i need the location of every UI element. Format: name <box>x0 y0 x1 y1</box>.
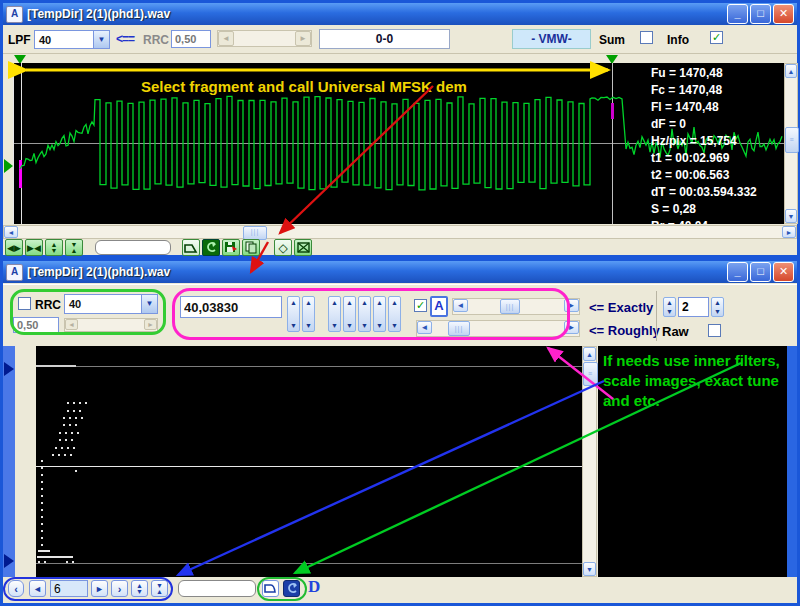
page-number-input[interactable] <box>50 580 88 597</box>
waveform-panel[interactable]: Select fragment and call Universal MFSK … <box>13 63 785 224</box>
titlebar-top[interactable]: A [TempDir] 2(1)(phd1).wav _ □ ✕ <box>3 3 797 25</box>
scroll-up-icon[interactable]: ▲ <box>785 64 797 78</box>
step-spinner-right[interactable]: ▲▼ <box>711 297 724 317</box>
minimize-button[interactable]: _ <box>727 262 748 282</box>
minimize-button[interactable]: _ <box>727 4 748 24</box>
info-checkbox[interactable]: ✓ <box>710 31 723 44</box>
row-marker-top-icon[interactable] <box>4 362 14 376</box>
decoded-dot <box>41 544 43 546</box>
position-input[interactable] <box>95 240 171 255</box>
expand-vertical-button[interactable]: ▲▼ <box>45 239 63 256</box>
digit-spinner-4[interactable]: ▲▼ <box>373 296 386 332</box>
digit-spinner-5[interactable]: ▲▼ <box>388 296 401 332</box>
rrc-label: RRC <box>143 33 169 47</box>
mfsk-demodulator-button[interactable]: ◇ <box>274 239 292 256</box>
digit-spinner-1[interactable]: ▲▼ <box>328 296 341 332</box>
scroll-right-icon[interactable]: ► <box>564 321 579 334</box>
maximize-button[interactable]: □ <box>750 4 771 24</box>
bit-dash-2 <box>37 556 73 558</box>
exact-tune-scrollbar[interactable]: ◄ ||| ► <box>452 298 580 315</box>
decoded-dot <box>41 516 43 518</box>
compress-vertical-button[interactable]: ▼▲ <box>65 239 83 256</box>
titlebar-bottom[interactable]: A [TempDir] 2(1)(phd1).wav _ □ ✕ <box>3 261 797 283</box>
expand-vertical-button[interactable]: ▲▼ <box>131 580 148 597</box>
hscroll-thumb[interactable]: ||| <box>243 226 267 240</box>
left-marker-strip <box>3 346 15 577</box>
filter-shape-button[interactable] <box>262 580 279 597</box>
app-icon: A <box>6 6 23 23</box>
bit-dash-1 <box>38 550 50 552</box>
raw-checkbox[interactable] <box>708 324 721 337</box>
exactly-label: <= Exactly <box>589 300 653 315</box>
filter-curve-icon <box>184 242 198 254</box>
row-marker-bottom-icon[interactable] <box>4 554 14 568</box>
expand-horizontal-button[interactable]: ◀▶ <box>5 239 23 256</box>
undo-button[interactable] <box>283 580 300 597</box>
amplitude-button[interactable]: A <box>430 296 448 317</box>
rough-thumb[interactable]: ||| <box>448 321 470 336</box>
tune-spinner-2[interactable]: ▲▼ <box>302 296 315 332</box>
chevron-down-icon[interactable]: ▼ <box>141 295 157 313</box>
decode-button[interactable]: D <box>308 577 320 597</box>
decoded-dot <box>77 432 79 434</box>
decoded-dot <box>41 474 43 476</box>
close-button[interactable]: ✕ <box>773 4 794 24</box>
compress-vertical-button[interactable]: ▼▲ <box>151 580 168 597</box>
filter-shape-button[interactable] <box>182 239 200 256</box>
vscroll-thumb[interactable]: ≡ <box>785 127 799 153</box>
scroll-right-icon[interactable]: ► <box>564 299 579 312</box>
page-next-button[interactable]: ► <box>91 580 108 597</box>
sum-checkbox[interactable] <box>640 31 653 44</box>
scroll-down-icon[interactable]: ▼ <box>583 562 596 576</box>
close-button[interactable]: ✕ <box>773 262 794 282</box>
envelope-button[interactable] <box>294 239 312 256</box>
save-fragment-button[interactable] <box>222 239 240 256</box>
status-input[interactable] <box>178 580 256 597</box>
spectrum-vscrollbar[interactable]: ▲ ≡ ▼ <box>582 346 597 577</box>
digit-spinner-2[interactable]: ▲▼ <box>343 296 356 332</box>
exact-thumb[interactable]: ||| <box>500 299 520 314</box>
level-marker-icon[interactable] <box>4 159 13 173</box>
tune-frequency-input[interactable] <box>180 296 282 318</box>
decoded-dot <box>41 509 43 511</box>
vscroll-thumb[interactable]: ≡ <box>583 362 598 386</box>
scroll-left-icon[interactable]: ◄ <box>4 226 18 238</box>
step-input[interactable] <box>678 297 709 317</box>
undo-button[interactable] <box>202 239 220 256</box>
scroll-left-icon[interactable]: ◄ <box>417 321 432 334</box>
undo-arrow-icon <box>286 583 298 594</box>
scroll-up-icon[interactable]: ▲ <box>583 347 596 361</box>
decoded-dot <box>41 523 43 525</box>
decoded-dot <box>65 432 67 434</box>
page-last-button[interactable]: › <box>111 580 128 597</box>
waveform-hscrollbar[interactable]: ◄ ||| ► <box>3 225 797 239</box>
tune-spinner-1[interactable]: ▲▼ <box>287 296 300 332</box>
decoded-dot <box>73 402 75 404</box>
chevron-down-icon[interactable]: ▼ <box>93 31 109 48</box>
auto-checkbox[interactable]: ✓ <box>414 299 427 312</box>
decoded-dot <box>79 402 81 404</box>
step-spinner-left[interactable]: ▲▼ <box>663 297 676 317</box>
scroll-left-icon[interactable]: ◄ <box>453 299 468 312</box>
spectrum-panel[interactable] <box>36 346 582 577</box>
rrc-value-input[interactable] <box>13 317 59 333</box>
rough-tune-scrollbar[interactable]: ◄ ||| ► <box>416 320 580 337</box>
filter-curve-icon <box>264 583 277 594</box>
vmw-button[interactable]: - VMW- <box>512 29 591 49</box>
lpf-dropdown[interactable]: 40 ▼ <box>34 30 110 49</box>
page-first-button[interactable]: ‹ <box>8 580 24 597</box>
scroll-down-icon[interactable]: ▼ <box>785 209 797 223</box>
decoded-dot <box>41 488 43 490</box>
scroll-right-icon[interactable]: ► <box>782 226 796 238</box>
compress-horizontal-button[interactable]: ▶◀ <box>25 239 43 256</box>
decoded-dot <box>67 447 69 449</box>
bandwidth-dropdown[interactable]: 40 ▼ <box>64 294 158 314</box>
maximize-button[interactable]: □ <box>750 262 771 282</box>
rrc-input[interactable] <box>171 30 211 48</box>
waveform-vscrollbar[interactable]: ▲ ≡ ▼ <box>784 63 798 224</box>
digit-spinner-3[interactable]: ▲▼ <box>358 296 371 332</box>
copy-button[interactable] <box>242 239 260 256</box>
rrc-checkbox[interactable] <box>18 297 31 310</box>
page-prev-button[interactable]: ◄ <box>29 580 46 597</box>
rrc-label: RRC <box>35 298 61 312</box>
